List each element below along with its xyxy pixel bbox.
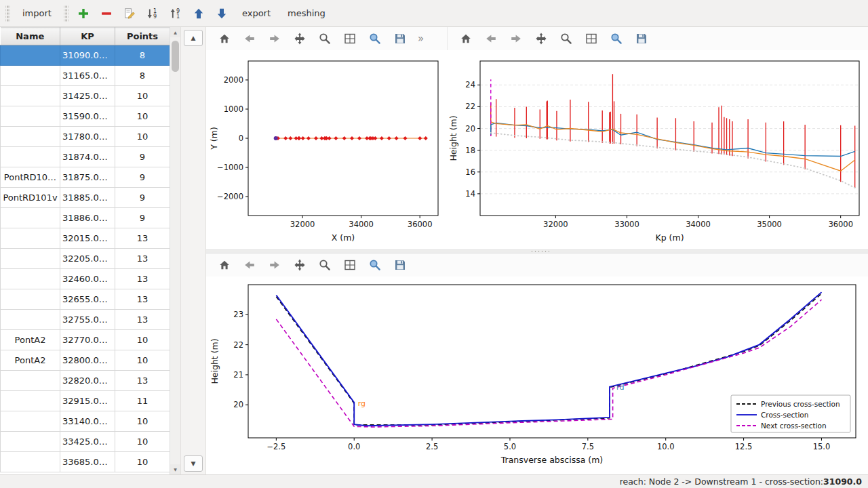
home-button[interactable] xyxy=(457,30,475,47)
previous-section-button[interactable]: ▲ xyxy=(184,30,203,46)
cell-kp[interactable]: 31780.0000 xyxy=(60,127,115,147)
subplots-button[interactable] xyxy=(341,256,359,274)
cell-points[interactable]: 9 xyxy=(115,188,170,208)
table-row[interactable]: 33685.000010 xyxy=(1,452,170,472)
customize-button[interactable] xyxy=(366,30,384,47)
cell-points[interactable]: 10 xyxy=(115,452,170,472)
table-row[interactable]: PontRD10…31875.00009 xyxy=(1,167,170,188)
import-button[interactable]: import xyxy=(16,5,58,21)
table-row[interactable]: 32655.000013 xyxy=(1,289,170,310)
cell-points[interactable]: 10 xyxy=(115,127,170,147)
forward-button[interactable] xyxy=(266,30,283,47)
cell-points[interactable]: 13 xyxy=(115,310,170,330)
table-row[interactable]: 33425.000010 xyxy=(1,432,170,452)
cell-name[interactable] xyxy=(1,86,60,106)
cell-name[interactable] xyxy=(1,371,60,391)
cell-kp[interactable]: 31590.0000 xyxy=(60,106,115,127)
cell-name[interactable] xyxy=(1,310,60,330)
cell-kp[interactable]: 32015.0000 xyxy=(60,228,115,249)
cell-points[interactable]: 8 xyxy=(115,66,170,86)
zoom-button[interactable] xyxy=(316,256,334,274)
cell-name[interactable] xyxy=(1,127,60,147)
cell-kp[interactable]: 31885.0000 xyxy=(60,188,115,208)
pan-button[interactable] xyxy=(532,30,550,47)
table-row[interactable]: 32015.000013 xyxy=(1,228,170,249)
cell-name[interactable] xyxy=(1,45,60,66)
cell-kp[interactable]: 33685.0000 xyxy=(60,452,115,472)
back-button[interactable] xyxy=(241,30,258,47)
table-row[interactable]: 31090.00008 xyxy=(1,45,170,66)
table-row[interactable]: PontRD101v31885.00009 xyxy=(1,188,170,208)
longitudinal-profile-chart[interactable]: 3200033000340003500036000141618202224Kp … xyxy=(448,50,867,249)
toolbar-overflow-button[interactable]: » xyxy=(418,33,424,45)
cross-section-table[interactable]: NameKPPoints 31090.0000831165.0000831425… xyxy=(0,27,170,472)
cell-points[interactable]: 13 xyxy=(115,249,170,269)
save-button[interactable] xyxy=(633,30,650,47)
table-row[interactable]: 32205.000013 xyxy=(1,249,170,269)
remove-section-button[interactable] xyxy=(98,4,116,22)
scrollbar-up-icon[interactable]: ▲ xyxy=(170,27,180,37)
table-row[interactable]: PontA232800.000010 xyxy=(1,350,170,371)
meshing-button[interactable]: meshing xyxy=(281,5,332,21)
cell-kp[interactable]: 32655.0000 xyxy=(60,289,115,310)
plan-view-chart[interactable]: 320003400036000200010000−1000−2000X (m)Y… xyxy=(206,50,448,249)
cell-name[interactable] xyxy=(1,147,60,167)
cell-kp[interactable]: 31874.0000 xyxy=(60,147,115,167)
column-header-name[interactable]: Name xyxy=(1,28,60,45)
cell-name[interactable] xyxy=(1,228,60,249)
table-scrollbar[interactable]: ▲ ▼ xyxy=(170,27,180,474)
pan-button[interactable] xyxy=(291,30,309,47)
scrollbar-thumb[interactable] xyxy=(172,41,179,72)
cell-kp[interactable]: 33140.0000 xyxy=(60,411,115,432)
cell-name[interactable] xyxy=(1,106,60,127)
cell-kp[interactable]: 31090.0000 xyxy=(60,45,115,66)
cell-kp[interactable]: 31875.0000 xyxy=(60,167,115,188)
cell-points[interactable]: 9 xyxy=(115,208,170,228)
table-row[interactable]: 32460.000013 xyxy=(1,269,170,289)
cell-kp[interactable]: 31165.0000 xyxy=(60,66,115,86)
cell-points[interactable]: 10 xyxy=(115,432,170,452)
move-up-button[interactable] xyxy=(190,4,208,22)
forward-button[interactable] xyxy=(507,30,525,47)
cell-name[interactable]: PontA2 xyxy=(1,330,60,350)
cell-points[interactable]: 13 xyxy=(115,269,170,289)
cell-name[interactable] xyxy=(1,452,60,472)
cell-points[interactable]: 13 xyxy=(115,228,170,249)
column-header-points[interactable]: Points xyxy=(115,28,170,45)
sort-ascending-button[interactable]: 91 xyxy=(167,4,185,22)
cell-kp[interactable]: 32800.0000 xyxy=(60,350,115,371)
sort-descending-button[interactable]: 19 xyxy=(144,4,162,22)
cell-name[interactable] xyxy=(1,289,60,310)
back-button[interactable] xyxy=(241,256,258,274)
cell-points[interactable]: 13 xyxy=(115,289,170,310)
cell-kp[interactable]: 32460.0000 xyxy=(60,269,115,289)
zoom-button[interactable] xyxy=(557,30,575,47)
subplots-button[interactable] xyxy=(341,30,359,47)
cell-kp[interactable]: 32820.0000 xyxy=(60,371,115,391)
cell-points[interactable]: 8 xyxy=(115,45,170,66)
cell-name[interactable] xyxy=(1,208,60,228)
export-button[interactable]: export xyxy=(236,5,277,21)
back-button[interactable] xyxy=(482,30,500,47)
edit-section-button[interactable] xyxy=(121,4,139,22)
cell-kp[interactable]: 31425.0000 xyxy=(60,86,115,106)
cell-name[interactable] xyxy=(1,269,60,289)
cell-points[interactable]: 10 xyxy=(115,411,170,432)
table-row[interactable]: PontA232770.000010 xyxy=(1,330,170,350)
table-row[interactable]: 32755.000013 xyxy=(1,310,170,330)
home-button[interactable] xyxy=(216,30,233,47)
cell-points[interactable]: 10 xyxy=(115,86,170,106)
cell-name[interactable] xyxy=(1,249,60,269)
scrollbar-track[interactable] xyxy=(170,37,180,464)
add-section-button[interactable] xyxy=(75,4,93,22)
cell-name[interactable]: PontA2 xyxy=(1,350,60,371)
cross-section-chart[interactable]: −2.50.02.55.07.510.012.515.020212223Tran… xyxy=(206,277,868,474)
table-row[interactable]: 31780.000010 xyxy=(1,127,170,147)
cell-points[interactable]: 10 xyxy=(115,106,170,127)
cell-points[interactable]: 13 xyxy=(115,371,170,391)
cell-name[interactable]: PontRD10… xyxy=(1,167,60,188)
table-row[interactable]: 31425.000010 xyxy=(1,86,170,106)
cell-name[interactable] xyxy=(1,411,60,432)
cell-points[interactable]: 9 xyxy=(115,167,170,188)
table-row[interactable]: 31886.00009 xyxy=(1,208,170,228)
